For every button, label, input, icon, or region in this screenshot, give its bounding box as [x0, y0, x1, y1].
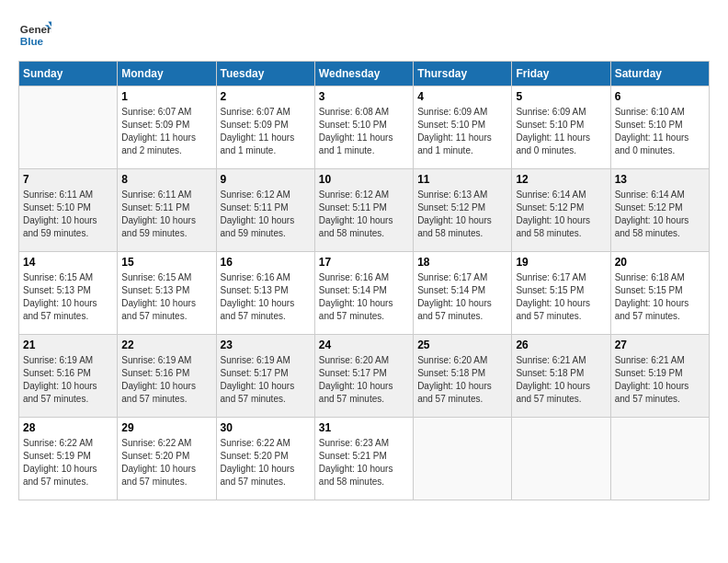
day-info: Sunrise: 6:21 AMSunset: 5:18 PMDaylight:…	[516, 354, 606, 406]
day-info: Sunrise: 6:21 AMSunset: 5:19 PMDaylight:…	[615, 354, 705, 406]
day-number: 10	[319, 173, 409, 186]
day-info: Sunrise: 6:14 AMSunset: 5:12 PMDaylight:…	[615, 189, 705, 240]
day-info: Sunrise: 6:09 AMSunset: 5:10 PMDaylight:…	[417, 106, 507, 157]
calendar-cell	[414, 418, 512, 500]
calendar-cell: 27Sunrise: 6:21 AMSunset: 5:19 PMDayligh…	[610, 335, 709, 418]
day-info: Sunrise: 6:22 AMSunset: 5:20 PMDaylight:…	[221, 437, 311, 488]
calendar-cell: 31Sunrise: 6:23 AMSunset: 5:21 PMDayligh…	[314, 418, 413, 500]
day-info: Sunrise: 6:10 AMSunset: 5:10 PMDaylight:…	[615, 106, 705, 157]
calendar-week-row: 14Sunrise: 6:15 AMSunset: 5:13 PMDayligh…	[19, 252, 710, 335]
calendar-cell: 17Sunrise: 6:16 AMSunset: 5:14 PMDayligh…	[314, 252, 413, 335]
day-number: 11	[417, 173, 507, 186]
day-info: Sunrise: 6:16 AMSunset: 5:13 PMDaylight:…	[221, 271, 311, 323]
day-number: 22	[121, 339, 211, 351]
day-number: 23	[221, 339, 311, 351]
svg-text:Blue: Blue	[20, 35, 44, 47]
day-info: Sunrise: 6:23 AMSunset: 5:21 PMDaylight:…	[319, 437, 409, 488]
day-number: 14	[23, 256, 113, 269]
day-number: 30	[221, 421, 311, 434]
day-number: 28	[23, 421, 113, 434]
day-info: Sunrise: 6:08 AMSunset: 5:10 PMDaylight:…	[319, 106, 409, 157]
day-info: Sunrise: 6:12 AMSunset: 5:11 PMDaylight:…	[221, 189, 311, 240]
day-number: 1	[121, 90, 211, 103]
calendar-cell: 1Sunrise: 6:07 AMSunset: 5:09 PMDaylight…	[118, 86, 216, 169]
calendar-cell: 11Sunrise: 6:13 AMSunset: 5:12 PMDayligh…	[414, 169, 512, 252]
calendar-week-row: 28Sunrise: 6:22 AMSunset: 5:19 PMDayligh…	[19, 418, 710, 500]
day-number: 25	[417, 339, 507, 351]
logo-icon: General Blue	[18, 18, 51, 52]
calendar-table: SundayMondayTuesdayWednesdayThursdayFrid…	[18, 61, 710, 500]
calendar-header-thursday: Thursday	[414, 62, 512, 86]
day-info: Sunrise: 6:14 AMSunset: 5:12 PMDaylight:…	[516, 189, 606, 240]
day-info: Sunrise: 6:20 AMSunset: 5:18 PMDaylight:…	[417, 354, 507, 406]
calendar-cell: 13Sunrise: 6:14 AMSunset: 5:12 PMDayligh…	[610, 169, 709, 252]
calendar-cell: 16Sunrise: 6:16 AMSunset: 5:13 PMDayligh…	[216, 252, 314, 335]
calendar-header-saturday: Saturday	[610, 62, 709, 86]
calendar-cell: 5Sunrise: 6:09 AMSunset: 5:10 PMDaylight…	[512, 86, 610, 169]
day-number: 31	[319, 421, 409, 434]
calendar-header-tuesday: Tuesday	[216, 62, 314, 86]
calendar-week-row: 7Sunrise: 6:11 AMSunset: 5:10 PMDaylight…	[19, 169, 710, 252]
calendar-cell	[512, 418, 610, 500]
day-info: Sunrise: 6:19 AMSunset: 5:17 PMDaylight:…	[221, 354, 311, 406]
day-info: Sunrise: 6:07 AMSunset: 5:09 PMDaylight:…	[121, 106, 211, 157]
day-info: Sunrise: 6:12 AMSunset: 5:11 PMDaylight:…	[319, 189, 409, 240]
calendar-cell: 7Sunrise: 6:11 AMSunset: 5:10 PMDaylight…	[19, 169, 118, 252]
calendar-cell: 20Sunrise: 6:18 AMSunset: 5:15 PMDayligh…	[610, 252, 709, 335]
calendar-cell: 18Sunrise: 6:17 AMSunset: 5:14 PMDayligh…	[414, 252, 512, 335]
day-info: Sunrise: 6:11 AMSunset: 5:10 PMDaylight:…	[23, 189, 113, 240]
calendar-header-friday: Friday	[512, 62, 610, 86]
calendar-cell: 25Sunrise: 6:20 AMSunset: 5:18 PMDayligh…	[414, 335, 512, 418]
day-number: 26	[516, 339, 606, 351]
calendar-header-sunday: Sunday	[19, 62, 118, 86]
day-number: 20	[615, 256, 705, 269]
day-info: Sunrise: 6:19 AMSunset: 5:16 PMDaylight:…	[23, 354, 113, 406]
calendar-header-wednesday: Wednesday	[314, 62, 413, 86]
day-info: Sunrise: 6:17 AMSunset: 5:15 PMDaylight:…	[516, 271, 606, 323]
calendar-cell: 19Sunrise: 6:17 AMSunset: 5:15 PMDayligh…	[512, 252, 610, 335]
calendar-header-row: SundayMondayTuesdayWednesdayThursdayFrid…	[19, 62, 710, 86]
day-number: 15	[121, 256, 211, 269]
day-number: 8	[121, 173, 211, 186]
day-info: Sunrise: 6:19 AMSunset: 5:16 PMDaylight:…	[121, 354, 211, 406]
day-number: 17	[319, 256, 409, 269]
day-number: 16	[221, 256, 311, 269]
calendar-cell: 21Sunrise: 6:19 AMSunset: 5:16 PMDayligh…	[19, 335, 118, 418]
calendar-cell: 4Sunrise: 6:09 AMSunset: 5:10 PMDaylight…	[414, 86, 512, 169]
calendar-week-row: 21Sunrise: 6:19 AMSunset: 5:16 PMDayligh…	[19, 335, 710, 418]
calendar-cell: 12Sunrise: 6:14 AMSunset: 5:12 PMDayligh…	[512, 169, 610, 252]
calendar-header-monday: Monday	[118, 62, 216, 86]
day-number: 6	[615, 90, 705, 103]
calendar-cell: 29Sunrise: 6:22 AMSunset: 5:20 PMDayligh…	[118, 418, 216, 500]
day-info: Sunrise: 6:18 AMSunset: 5:15 PMDaylight:…	[615, 271, 705, 323]
day-number: 24	[319, 339, 409, 351]
page-header: General Blue	[18, 18, 710, 52]
calendar-cell: 6Sunrise: 6:10 AMSunset: 5:10 PMDaylight…	[610, 86, 709, 169]
day-number: 13	[615, 173, 705, 186]
day-info: Sunrise: 6:22 AMSunset: 5:20 PMDaylight:…	[121, 437, 211, 488]
day-number: 18	[417, 256, 507, 269]
day-info: Sunrise: 6:17 AMSunset: 5:14 PMDaylight:…	[417, 271, 507, 323]
calendar-cell: 8Sunrise: 6:11 AMSunset: 5:11 PMDaylight…	[118, 169, 216, 252]
calendar-cell: 9Sunrise: 6:12 AMSunset: 5:11 PMDaylight…	[216, 169, 314, 252]
calendar-cell: 22Sunrise: 6:19 AMSunset: 5:16 PMDayligh…	[118, 335, 216, 418]
calendar-cell	[610, 418, 709, 500]
day-info: Sunrise: 6:07 AMSunset: 5:09 PMDaylight:…	[221, 106, 311, 157]
calendar-cell: 28Sunrise: 6:22 AMSunset: 5:19 PMDayligh…	[19, 418, 118, 500]
logo: General Blue	[18, 18, 51, 52]
day-number: 3	[319, 90, 409, 103]
day-info: Sunrise: 6:15 AMSunset: 5:13 PMDaylight:…	[121, 271, 211, 323]
calendar-cell: 2Sunrise: 6:07 AMSunset: 5:09 PMDaylight…	[216, 86, 314, 169]
day-info: Sunrise: 6:09 AMSunset: 5:10 PMDaylight:…	[516, 106, 606, 157]
day-info: Sunrise: 6:22 AMSunset: 5:19 PMDaylight:…	[23, 437, 113, 488]
calendar-cell: 30Sunrise: 6:22 AMSunset: 5:20 PMDayligh…	[216, 418, 314, 500]
calendar-cell: 15Sunrise: 6:15 AMSunset: 5:13 PMDayligh…	[118, 252, 216, 335]
calendar-cell: 23Sunrise: 6:19 AMSunset: 5:17 PMDayligh…	[216, 335, 314, 418]
calendar-cell: 10Sunrise: 6:12 AMSunset: 5:11 PMDayligh…	[314, 169, 413, 252]
day-info: Sunrise: 6:13 AMSunset: 5:12 PMDaylight:…	[417, 189, 507, 240]
calendar-cell: 3Sunrise: 6:08 AMSunset: 5:10 PMDaylight…	[314, 86, 413, 169]
day-number: 19	[516, 256, 606, 269]
day-info: Sunrise: 6:15 AMSunset: 5:13 PMDaylight:…	[23, 271, 113, 323]
svg-text:General: General	[20, 23, 51, 35]
day-number: 29	[121, 421, 211, 434]
